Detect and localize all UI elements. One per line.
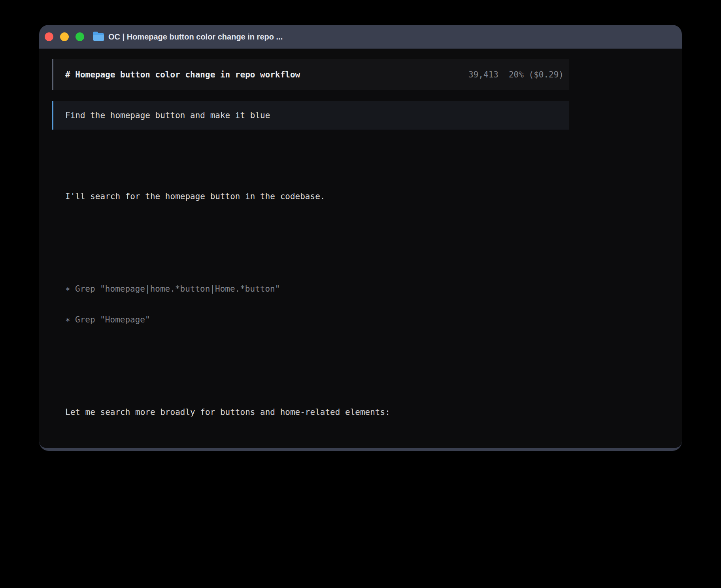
token-count: 39,413: [468, 70, 498, 79]
traffic-lights: [45, 32, 84, 41]
user-message: Find the homepage button and make it blu…: [52, 101, 569, 130]
session-title: # Homepage button color change in repo w…: [65, 70, 300, 79]
assistant-transcript: I'll search for the homepage button in t…: [52, 140, 569, 448]
assistant-paragraph: Let me search more broadly for buttons a…: [65, 407, 569, 417]
folder-icon: [93, 33, 104, 41]
asterisk-icon: ∗: [65, 315, 75, 325]
tool-call-grep: ∗Grep "homepage|home.*button|Home.*butto…: [65, 284, 569, 294]
session-header: # Homepage button color change in repo w…: [52, 59, 569, 90]
terminal-screen: # Homepage button color change in repo w…: [39, 49, 682, 448]
session-stats: 39,413 20% ($0.29): [468, 70, 564, 79]
minimize-button[interactable]: [60, 32, 69, 41]
close-button[interactable]: [45, 32, 53, 41]
asterisk-icon: ∗: [65, 284, 75, 294]
assistant-paragraph: I'll search for the homepage button in t…: [65, 191, 569, 202]
tool-call-label: Grep "homepage|home.*button|Home.*button…: [75, 284, 280, 294]
titlebar[interactable]: OC | Homepage button color change in rep…: [39, 25, 682, 49]
terminal-window: OC | Homepage button color change in rep…: [39, 25, 682, 451]
tool-call-label: Grep "Homepage": [75, 315, 150, 324]
zoom-button[interactable]: [75, 32, 84, 41]
window-title: OC | Homepage button color change in rep…: [108, 32, 283, 41]
context-usage: 20% ($0.29): [509, 70, 564, 79]
tool-call-grep: ∗Grep "Homepage": [65, 315, 569, 325]
user-message-text: Find the homepage button and make it blu…: [65, 111, 270, 120]
session-content: # Homepage button color change in repo w…: [52, 59, 569, 448]
